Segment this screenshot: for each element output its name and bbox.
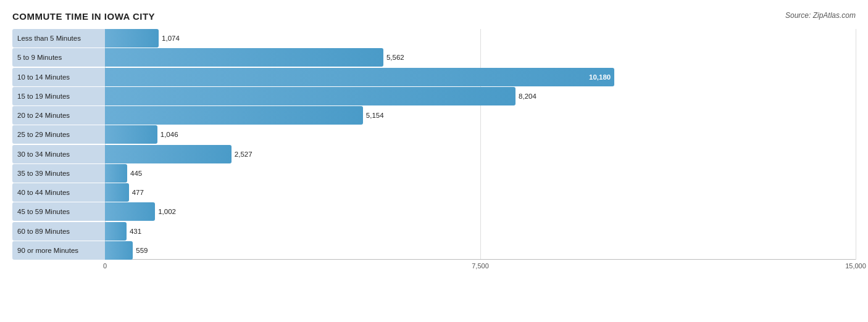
bar-fill [105,164,127,183]
bar-track: 1,046 [105,125,856,144]
bar-label: 60 to 89 Minutes [12,222,105,241]
chart-header: COMMUTE TIME IN IOWA CITY Source: ZipAtl… [12,11,856,22]
bar-label: 35 to 39 Minutes [12,164,105,183]
bar-row: 25 to 29 Minutes1,046 [12,125,856,144]
bar-row: 40 to 44 Minutes477 [12,183,856,202]
bar-track: 445 [105,164,856,183]
x-tick: 15,000 [845,262,866,270]
chart-title: COMMUTE TIME IN IOWA CITY [12,11,155,22]
bar-row: 60 to 89 Minutes431 [12,222,856,241]
bar-value: 431 [130,228,141,235]
bar-fill [105,87,515,105]
bar-fill [105,106,363,125]
bar-value: 5,154 [366,112,384,119]
bar-fill [105,183,129,202]
bar-track: 1,002 [105,202,856,221]
bar-track: 431 [105,222,856,241]
bar-row: 15 to 19 Minutes8,204 [12,87,856,105]
bar-value: 559 [136,247,148,254]
bar-track: 559 [105,241,856,260]
bar-value: 477 [132,189,144,196]
bars-area: Less than 5 Minutes1,0745 to 9 Minutes5,… [12,29,856,260]
bar-label: 25 to 29 Minutes [12,125,105,144]
bar-row: 5 to 9 Minutes5,562 [12,48,856,67]
bar-value: 10,180 [589,73,611,81]
bar-value: 1,046 [161,131,178,138]
bar-value: 445 [130,170,142,177]
bar-row: 45 to 59 Minutes1,002 [12,202,856,221]
bar-value: 5,562 [386,54,404,61]
bar-track: 5,562 [105,48,856,67]
bar-fill [105,202,155,221]
x-tick: 7,500 [472,262,489,270]
x-axis: 07,50015,000 [105,260,856,278]
bar-label: 30 to 34 Minutes [12,145,105,163]
bar-fill: 10,180 [105,68,614,86]
bar-label: 40 to 44 Minutes [12,183,105,202]
bar-label: 90 or more Minutes [12,241,105,260]
chart-body: Less than 5 Minutes1,0745 to 9 Minutes5,… [12,29,856,278]
bar-fill [105,222,127,241]
bar-row: 35 to 39 Minutes445 [12,164,856,183]
bar-value: 8,204 [519,93,536,100]
bar-fill [105,29,159,47]
bar-value: 1,074 [162,35,180,42]
bar-label: 45 to 59 Minutes [12,202,105,221]
x-tick: 0 [103,262,107,270]
bar-fill [105,241,133,260]
bar-label: Less than 5 Minutes [12,29,105,47]
bar-track: 477 [105,183,856,202]
bar-row: 90 or more Minutes559 [12,241,856,260]
bar-fill [105,125,157,144]
bar-label: 15 to 19 Minutes [12,87,105,105]
bar-label: 20 to 24 Minutes [12,106,105,125]
bar-track: 5,154 [105,106,856,125]
chart-container: COMMUTE TIME IN IOWA CITY Source: ZipAtl… [0,0,868,322]
bar-track: 2,527 [105,145,856,163]
bar-track: 8,204 [105,87,856,105]
bar-value: 2,527 [235,151,252,158]
bar-track: 1,074 [105,29,856,47]
bar-value: 1,002 [158,208,176,215]
bar-row: Less than 5 Minutes1,074 [12,29,856,47]
bar-row: 20 to 24 Minutes5,154 [12,106,856,125]
bar-row: 10 to 14 Minutes10,180 [12,68,856,86]
bar-label: 5 to 9 Minutes [12,48,105,67]
bar-fill [105,48,383,67]
grid-line [856,29,856,260]
bar-label: 10 to 14 Minutes [12,68,105,86]
chart-source: Source: ZipAtlas.com [785,11,856,20]
bar-track: 10,180 [105,68,856,86]
bar-fill [105,145,232,163]
bar-row: 30 to 34 Minutes2,527 [12,145,856,163]
